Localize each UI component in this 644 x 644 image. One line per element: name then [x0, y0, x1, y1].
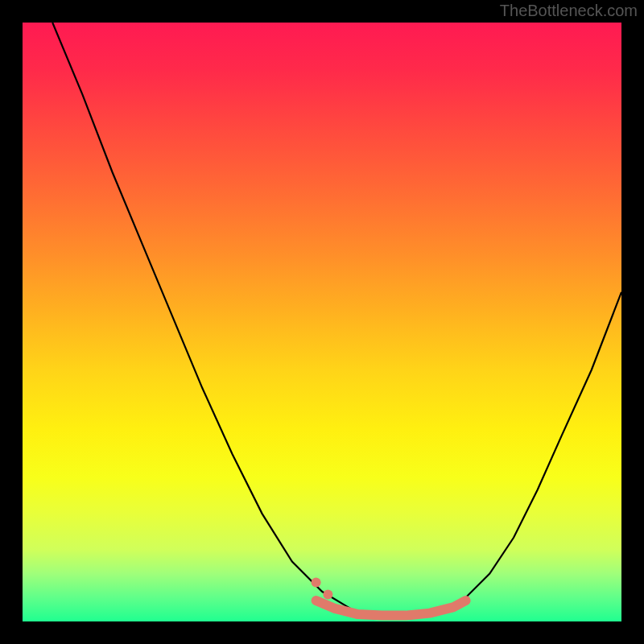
chart-marker-dot	[312, 578, 321, 588]
chart-svg	[23, 23, 621, 621]
chart-plot-area	[23, 23, 621, 621]
chart-curve-line	[52, 23, 621, 616]
chart-markers	[312, 578, 466, 616]
chart-highlight-segment	[316, 601, 466, 616]
watermark-text: TheBottleneck.com	[500, 2, 638, 20]
chart-marker-dot	[323, 590, 332, 600]
